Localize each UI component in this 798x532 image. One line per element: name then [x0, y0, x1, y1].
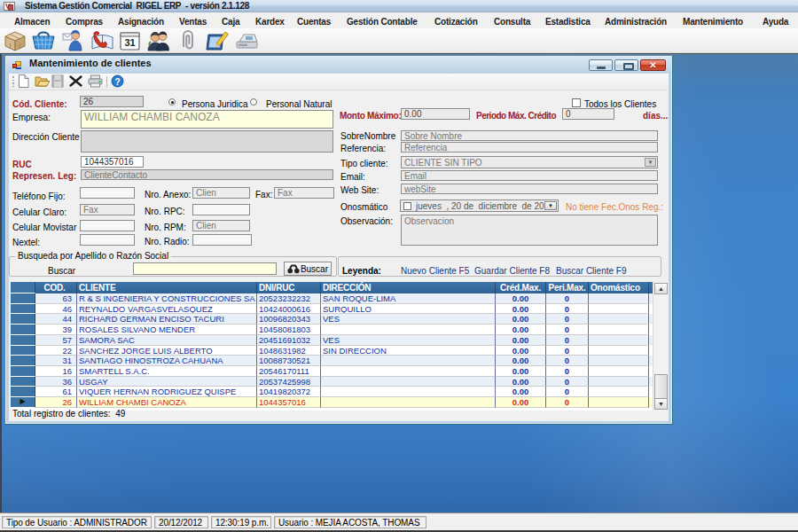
svg-text:31: 31: [124, 37, 135, 48]
svg-text:?: ?: [114, 77, 120, 87]
